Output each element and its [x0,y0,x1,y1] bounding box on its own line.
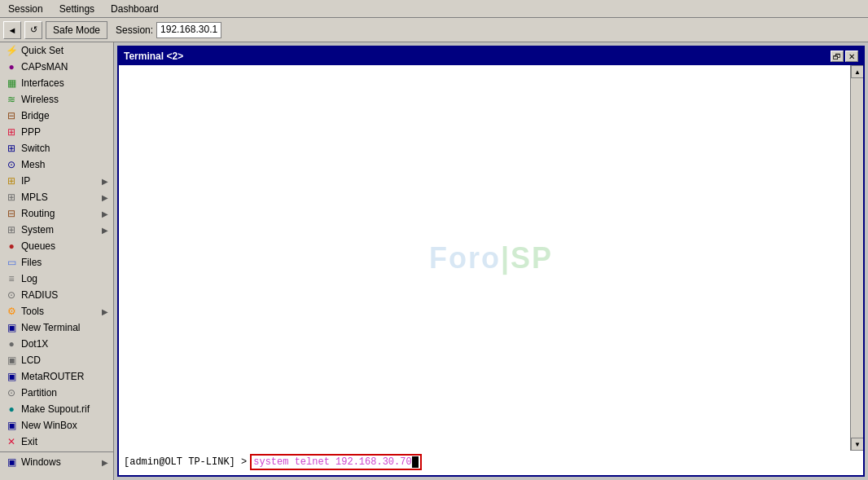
safe-mode-button[interactable]: Safe Mode [46,21,107,39]
exit-icon: ✕ [5,435,18,448]
quick-set-icon: ⚡ [5,44,18,57]
switch-icon: ⊞ [5,142,18,155]
ip-icon: ⊞ [5,174,18,187]
sidebar-label-lcd: LCD [21,354,41,366]
sidebar-label-ip: IP [21,175,30,187]
sidebar-item-tools[interactable]: ⚙Tools▶ [0,303,113,319]
terminal-title: Terminal <2> [124,51,183,62]
sidebar-label-new-terminal: New Terminal [21,322,80,333]
sidebar-label-partition: Partition [21,387,57,399]
menubar: Session Settings Dashboard [0,0,868,18]
command-line: [admin@OLT TP-LINK] > system telnet 192.… [124,454,858,470]
main-layout: ⚡Quick Set●CAPsMAN▦Interfaces≋Wireless⊟B… [0,42,868,480]
sidebar-label-wireless: Wireless [21,94,59,105]
ip-arrow-icon: ▶ [102,177,108,186]
sidebar-item-make-supout[interactable]: ●Make Supout.rif [0,401,113,417]
menu-session[interactable]: Session [3,2,48,16]
partition-icon: ⊙ [5,386,18,399]
mpls-arrow-icon: ▶ [102,193,108,202]
sidebar-label-exit: Exit [21,436,37,447]
command-cursor [412,456,419,468]
sidebar-label-log: Log [21,273,37,284]
menu-dashboard[interactable]: Dashboard [106,2,164,16]
terminal-controls: 🗗 ✕ [831,51,858,62]
sidebar-label-make-supout: Make Supout.rif [21,403,90,415]
sidebar-item-ppp[interactable]: ⊞PPP [0,124,113,140]
sidebar-item-partition[interactable]: ⊙Partition [0,385,113,401]
sidebar-item-mesh[interactable]: ⊙Mesh [0,156,113,173]
back-button[interactable]: ◄ [3,21,21,39]
terminal-titlebar: Terminal <2> 🗗 ✕ [119,47,863,65]
sidebar-item-ip[interactable]: ⊞IP▶ [0,173,113,189]
terminal-scrollbar[interactable]: ▲ ▼ [850,65,863,451]
sidebar-item-bridge[interactable]: ⊟Bridge [0,108,113,124]
terminal-watermark: Foro|SP [429,241,553,275]
dot1x-icon: ● [5,337,18,350]
lcd-icon: ▣ [5,354,18,367]
sidebar: ⚡Quick Set●CAPsMAN▦Interfaces≋Wireless⊟B… [0,42,114,480]
scroll-down-button[interactable]: ▼ [851,438,863,451]
routing-arrow-icon: ▶ [102,209,108,218]
sidebar-label-mpls: MPLS [21,192,48,203]
files-icon: ▭ [5,256,18,269]
tools-icon: ⚙ [5,305,18,318]
sidebar-item-new-winbox[interactable]: ▣New WinBox [0,417,113,434]
sidebar-item-wireless[interactable]: ≋Wireless [0,91,113,108]
windows-icon: ▣ [5,456,18,469]
scroll-track [851,78,863,438]
sidebar-label-queues: Queues [21,240,55,252]
command-input-wrapper[interactable]: system telnet 192.168.30.70 [250,454,421,470]
sidebar-label-radius: RADIUS [21,289,58,301]
terminal-window: Terminal <2> 🗗 ✕ Foro|SP ▲ ▼ [117,46,865,477]
watermark-part1: Foro [429,241,501,275]
mesh-icon: ⊙ [5,158,18,171]
sidebar-item-quick-set[interactable]: ⚡Quick Set [0,42,113,59]
terminal-command-area: [admin@OLT TP-LINK] > system telnet 192.… [119,451,863,475]
system-arrow-icon: ▶ [102,226,108,235]
toolbar: ◄ ↺ Safe Mode Session: 192.168.30.1 [0,18,868,42]
metarouter-icon: ▣ [5,370,18,383]
menu-settings[interactable]: Settings [55,2,99,16]
sidebar-label-new-winbox: New WinBox [21,420,77,431]
sidebar-label-interfaces: Interfaces [21,77,64,89]
refresh-button[interactable]: ↺ [24,21,42,39]
sidebar-item-files[interactable]: ▭Files [0,254,113,271]
windows-arrow-icon: ▶ [102,458,108,467]
sidebar-item-routing[interactable]: ⊟Routing▶ [0,205,113,222]
terminal-body: Foro|SP ▲ ▼ [119,65,863,451]
sidebar-item-log[interactable]: ≡Log [0,271,113,287]
terminal-restore-button[interactable]: 🗗 [831,51,844,62]
sidebar-label-system: System [21,224,54,236]
sidebar-label-routing: Routing [21,208,55,219]
command-input-text: system telnet 192.168.30.70 [253,456,411,468]
sidebar-label-files: Files [21,257,42,268]
sidebar-item-new-terminal[interactable]: ▣New Terminal [0,319,113,336]
sidebar-label-windows: Windows [21,456,61,468]
sidebar-item-lcd[interactable]: ▣LCD [0,352,113,368]
sidebar-item-system[interactable]: ⊞System▶ [0,222,113,238]
sidebar-label-mesh: Mesh [21,159,45,170]
session-value: 192.168.30.1 [156,22,221,38]
sidebar-item-capsman[interactable]: ●CAPsMAN [0,59,113,75]
sidebar-item-exit[interactable]: ✕Exit [0,434,113,450]
session-label: Session: [116,24,153,36]
capsman-icon: ● [5,60,18,73]
watermark-part2: |SP [501,241,553,275]
sidebar-item-radius[interactable]: ⊙RADIUS [0,287,113,303]
scroll-up-button[interactable]: ▲ [851,65,863,78]
sidebar-label-capsman: CAPsMAN [21,61,68,73]
sidebar-label-switch: Switch [21,143,50,154]
sidebar-item-metarouter[interactable]: ▣MetaROUTER [0,368,113,385]
bridge-icon: ⊟ [5,109,18,122]
sidebar-item-windows[interactable]: ▣Windows▶ [0,454,113,470]
sidebar-item-switch[interactable]: ⊞Switch [0,140,113,156]
terminal-close-button[interactable]: ✕ [845,51,858,62]
sidebar-item-mpls[interactable]: ⊞MPLS▶ [0,189,113,205]
command-prompt: [admin@OLT TP-LINK] > [124,456,247,468]
sidebar-label-bridge: Bridge [21,110,50,121]
sidebar-label-dot1x: Dot1X [21,338,48,350]
make-supout-icon: ● [5,403,18,416]
sidebar-item-queues[interactable]: ●Queues [0,238,113,254]
sidebar-item-interfaces[interactable]: ▦Interfaces [0,75,113,91]
sidebar-item-dot1x[interactable]: ●Dot1X [0,336,113,352]
